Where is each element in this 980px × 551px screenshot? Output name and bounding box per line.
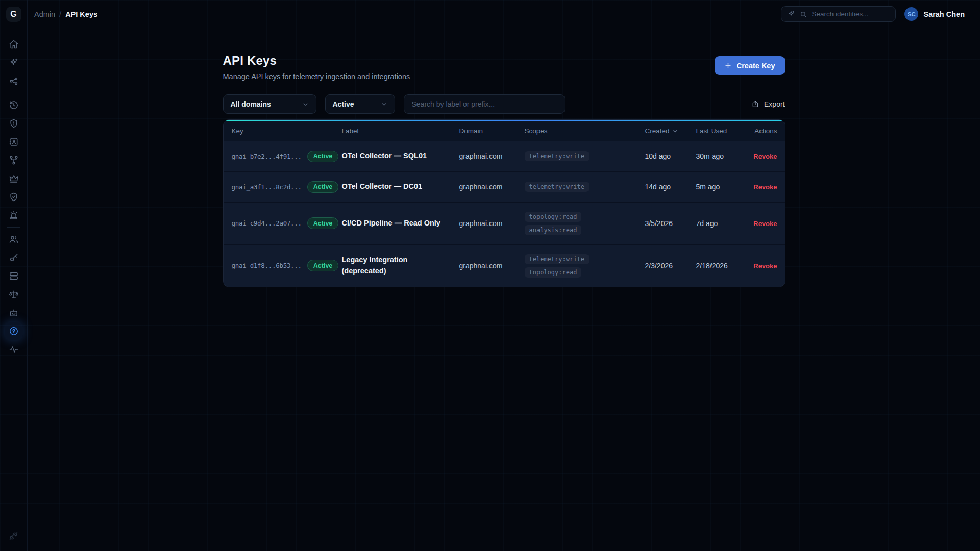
last-used-date: 2/18/2026 (696, 244, 752, 287)
column-header-scopes: Scopes (525, 121, 645, 141)
unplug-icon[interactable] (5, 527, 23, 545)
last-used-date: 7d ago (696, 202, 752, 244)
api-key-prefix: gnai_d1f8...6b53... (232, 262, 302, 269)
column-header-created[interactable]: Created (645, 121, 696, 141)
key-label: OTel Collector — SQL01 (342, 141, 459, 171)
column-header-label: Label (342, 121, 459, 141)
table-row: gnai_b7e2...4f91... Active OTel Collecto… (224, 141, 785, 171)
page-subtitle: Manage API keys for telemetry ingestion … (223, 72, 410, 81)
table-row: gnai_d1f8...6b53... Active Legacy Integr… (224, 244, 785, 287)
sidebar (0, 28, 28, 551)
page-title: API Keys (223, 54, 410, 68)
status-badge: Active (307, 151, 339, 162)
breadcrumb-separator: / (59, 10, 61, 18)
chevron-down-icon (381, 101, 387, 108)
breadcrumb: Admin / API Keys (34, 10, 97, 18)
sidebar-item-contacts[interactable] (5, 133, 23, 151)
avatar[interactable]: SC (904, 7, 918, 21)
api-key-prefix: gnai_a3f1...8c2d... (232, 183, 302, 191)
sidebar-item-bot[interactable] (5, 304, 23, 322)
sidebar-divider (7, 227, 20, 228)
breadcrumb-current-page: API Keys (65, 10, 97, 18)
status-badge: Active (307, 260, 339, 271)
key-search-input[interactable] (404, 94, 565, 114)
api-key-prefix: gnai_c9d4...2a07... (232, 219, 302, 227)
filter-bar: All domains Active Export (223, 94, 785, 114)
key-label: CI/CD Pipeline — Read Only (342, 202, 459, 244)
sidebar-item-shield-check[interactable] (5, 188, 23, 206)
created-date: 14d ago (645, 171, 696, 202)
sort-chevron-down-icon (672, 128, 678, 134)
sidebar-item-git-fork[interactable] (5, 151, 23, 169)
sidebar-item-history[interactable] (5, 96, 23, 114)
table-row: gnai_a3f1...8c2d... Active OTel Collecto… (224, 171, 785, 202)
sidebar-item-siren[interactable] (5, 206, 23, 224)
revoke-button[interactable]: Revoke (753, 183, 777, 191)
scope-pill: telemetry:write (525, 254, 589, 264)
export-icon (751, 100, 760, 108)
sidebar-divider (7, 93, 20, 93)
sidebar-item-api-keys[interactable] (5, 322, 23, 340)
api-key-prefix: gnai_b7e2...4f91... (232, 153, 302, 160)
scopes-list: telemetry:writetopology:read (525, 254, 641, 278)
table-header-row: Key Label Domain Scopes Created Last Use… (224, 121, 785, 141)
user-name: Sarah Chen (923, 10, 965, 18)
sidebar-item-key[interactable] (5, 248, 23, 267)
scope-pill: topology:read (525, 212, 582, 222)
main-area: API Keys Manage API keys for telemetry i… (28, 28, 980, 551)
created-date: 3/5/2026 (645, 202, 696, 244)
revoke-button[interactable]: Revoke (753, 262, 777, 270)
app-root: G Admin / API Keys SC Sarah Chen (0, 0, 980, 551)
status-badge: Active (307, 181, 339, 193)
sidebar-item-home[interactable] (5, 35, 23, 54)
key-label: OTel Collector — DC01 (342, 171, 459, 202)
api-keys-table-card: Key Label Domain Scopes Created Last Use… (223, 119, 785, 287)
key-domain: graphnai.com (459, 171, 525, 202)
sidebar-item-activity[interactable] (5, 340, 23, 359)
scope-pill: telemetry:write (525, 151, 589, 161)
global-search[interactable] (781, 6, 896, 22)
last-used-date: 5m ago (696, 171, 752, 202)
column-header-domain: Domain (459, 121, 525, 141)
revoke-button[interactable]: Revoke (753, 220, 777, 228)
api-keys-table: Key Label Domain Scopes Created Last Use… (224, 121, 785, 287)
sidebar-items (5, 35, 23, 359)
app-logo[interactable]: G (6, 7, 21, 22)
logo-cell: G (0, 0, 28, 28)
top-bar: Admin / API Keys SC Sarah Chen (28, 0, 980, 28)
scopes-list: telemetry:write (525, 151, 641, 161)
user-chip[interactable]: SC Sarah Chen (904, 7, 965, 21)
search-icon (800, 11, 807, 18)
column-header-actions: Actions (752, 121, 785, 141)
breadcrumb-section[interactable]: Admin (34, 10, 55, 18)
sidebar-item-servers[interactable] (5, 267, 23, 285)
plus-icon (724, 62, 732, 69)
sidebar-item-sparkles[interactable] (5, 54, 23, 72)
key-domain: graphnai.com (459, 202, 525, 244)
identity-search-input[interactable] (812, 10, 889, 18)
scope-pill: topology:read (525, 267, 582, 278)
sidebar-item-graph-nodes[interactable] (5, 72, 23, 90)
last-used-date: 30m ago (696, 141, 752, 171)
topbar-right: SC Sarah Chen (781, 6, 965, 22)
sidebar-item-users[interactable] (5, 230, 23, 248)
ai-sparkle-icon (788, 10, 795, 18)
sidebar-item-crown[interactable] (5, 169, 23, 188)
table-row: gnai_c9d4...2a07... Active CI/CD Pipelin… (224, 202, 785, 244)
scopes-list: telemetry:write (525, 182, 641, 192)
domain-filter-select[interactable]: All domains (223, 94, 316, 114)
chevron-down-icon (302, 101, 309, 108)
column-header-last-used: Last Used (696, 121, 752, 141)
sidebar-item-shield-alert[interactable] (5, 114, 23, 133)
export-button[interactable]: Export (751, 100, 785, 108)
scope-pill: analysis:read (525, 225, 582, 235)
sidebar-item-scales[interactable] (5, 285, 23, 304)
revoke-button[interactable]: Revoke (753, 153, 777, 160)
status-badge: Active (307, 217, 339, 229)
column-header-key: Key (224, 121, 342, 141)
scopes-list: topology:readanalysis:read (525, 212, 641, 235)
status-filter-select[interactable]: Active (325, 94, 395, 114)
create-key-button[interactable]: Create Key (715, 56, 785, 75)
key-domain: graphnai.com (459, 244, 525, 287)
scope-pill: telemetry:write (525, 182, 589, 192)
